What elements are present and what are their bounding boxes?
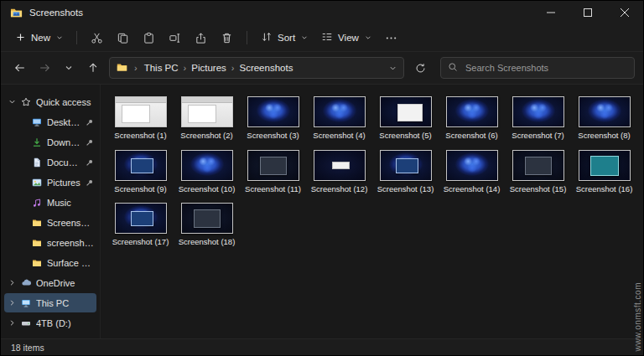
sidebar-item-label: screenshots <box>47 238 94 248</box>
file-label: Screenshot (8) <box>578 132 630 140</box>
chevron-down-icon <box>365 34 371 41</box>
sort-button[interactable]: Sort <box>255 28 314 48</box>
star-icon <box>20 96 32 107</box>
onedrive-icon <box>20 277 32 288</box>
file-label: Screenshot (9) <box>114 185 166 193</box>
folder-icon <box>117 62 127 75</box>
more-options-button[interactable] <box>379 28 403 49</box>
file-label: Screenshot (15) <box>510 185 567 193</box>
search-icon <box>448 60 458 75</box>
rename-button[interactable] <box>163 28 187 49</box>
sidebar-item-desktop[interactable]: Desktop <box>4 112 96 132</box>
sidebar-item-pictures[interactable]: Pictures <box>4 173 96 192</box>
watermark: www.onmsft.com <box>633 282 642 352</box>
up-button[interactable] <box>82 57 104 79</box>
address-bar[interactable]: › This PC›Pictures›Screenshots <box>109 57 404 79</box>
toolbar-divider <box>76 31 77 44</box>
downloads-icon <box>31 137 43 147</box>
view-button[interactable]: View <box>315 28 377 48</box>
file-label: Screenshot (12) <box>311 185 368 193</box>
file-item-screenshot-12[interactable]: Screenshot (12) <box>306 150 372 193</box>
file-item-screenshot-8[interactable]: Screenshot (8) <box>571 96 637 140</box>
file-item-screenshot-1[interactable]: Screenshot (1) <box>107 96 174 140</box>
file-item-screenshot-5[interactable]: Screenshot (5) <box>372 96 439 140</box>
file-item-screenshot-7[interactable]: Screenshot (7) <box>505 96 571 140</box>
recent-locations-button[interactable] <box>58 57 80 79</box>
file-item-screenshot-17[interactable]: Screenshot (17) <box>107 203 174 246</box>
share-button[interactable] <box>189 28 213 49</box>
folder-icon <box>31 217 43 228</box>
file-explorer-window: Screenshots New Sort View <box>0 0 644 356</box>
back-button[interactable] <box>9 57 31 79</box>
cut-button[interactable] <box>85 28 109 49</box>
chevron-right-icon[interactable] <box>8 299 16 307</box>
sidebar-item-screenshots[interactable]: Screenshots <box>4 213 96 232</box>
chevron-right-icon[interactable] <box>8 279 16 286</box>
file-item-screenshot-18[interactable]: Screenshot (18) <box>174 203 240 246</box>
sidebar-item-downloads[interactable]: Downloads <box>4 132 96 152</box>
sidebar-item-surface-go-3[interactable]: Surface Go 3 <box>4 253 96 272</box>
sidebar-item-label: Screenshots <box>47 218 94 228</box>
sidebar-item-this-pc[interactable]: This PC <box>4 293 96 312</box>
chevron-right-icon[interactable] <box>8 319 16 327</box>
chevron-down-icon <box>301 34 308 41</box>
sidebar-item-label: Music <box>47 198 94 208</box>
file-thumbnail <box>512 96 564 127</box>
toolbar-divider <box>247 31 247 44</box>
file-item-screenshot-9[interactable]: Screenshot (9) <box>107 150 174 193</box>
new-button[interactable]: New <box>9 28 69 48</box>
file-thumbnail <box>115 203 167 234</box>
file-item-screenshot-16[interactable]: Screenshot (16) <box>571 150 637 193</box>
file-item-screenshot-13[interactable]: Screenshot (13) <box>372 150 439 193</box>
paste-button[interactable] <box>137 28 161 49</box>
close-button[interactable] <box>606 1 643 24</box>
view-button-label: View <box>338 33 359 43</box>
sidebar-item-label: Pictures <box>47 178 80 188</box>
breadcrumb-item-this-pc[interactable]: This PC <box>144 63 179 73</box>
file-thumbnail <box>579 96 631 127</box>
thispc-icon <box>20 297 32 308</box>
sidebar-item-music[interactable]: Music <box>4 193 96 212</box>
sidebar-item-quick-access[interactable]: Quick access <box>4 92 96 111</box>
window-title: Screenshots <box>29 8 83 18</box>
file-item-screenshot-3[interactable]: Screenshot (3) <box>240 96 306 140</box>
file-item-screenshot-15[interactable]: Screenshot (15) <box>505 150 571 193</box>
file-thumbnail <box>446 150 498 181</box>
chevron-down-icon[interactable] <box>8 98 16 106</box>
sidebar-item-onedrive[interactable]: OneDrive <box>4 273 96 292</box>
delete-button[interactable] <box>215 28 239 49</box>
copy-button[interactable] <box>111 28 135 49</box>
sidebar-item-documents[interactable]: Documents <box>4 152 96 172</box>
address-dropdown-chevron-icon[interactable] <box>389 64 397 72</box>
breadcrumb-item-screenshots[interactable]: Screenshots <box>239 63 293 73</box>
file-label: Screenshot (6) <box>445 132 497 140</box>
titlebar: Screenshots <box>1 1 643 24</box>
file-thumbnail <box>380 96 432 127</box>
sort-button-label: Sort <box>278 33 295 43</box>
refresh-button[interactable] <box>409 57 431 79</box>
forward-button[interactable] <box>34 57 55 79</box>
file-item-screenshot-10[interactable]: Screenshot (10) <box>174 150 240 193</box>
file-item-screenshot-4[interactable]: Screenshot (4) <box>306 96 372 140</box>
file-item-screenshot-2[interactable]: Screenshot (2) <box>174 96 240 140</box>
minimize-button[interactable] <box>532 1 569 24</box>
file-thumbnail <box>446 96 498 127</box>
file-label: Screenshot (2) <box>180 132 232 140</box>
maximize-button[interactable] <box>569 1 606 24</box>
file-item-screenshot-11[interactable]: Screenshot (11) <box>240 150 306 193</box>
folder-icon <box>31 237 43 248</box>
drive-icon <box>20 317 32 328</box>
search-input[interactable] <box>464 62 627 74</box>
pin-icon <box>85 138 94 147</box>
sidebar-item-4tb-d[interactable]: 4TB (D:) <box>4 313 96 333</box>
chevron-down-icon <box>56 34 63 41</box>
sidebar-item-screenshots[interactable]: screenshots <box>4 233 96 252</box>
file-item-screenshot-6[interactable]: Screenshot (6) <box>439 96 505 140</box>
item-count: 18 items <box>11 343 44 353</box>
file-item-screenshot-14[interactable]: Screenshot (14) <box>439 150 505 193</box>
window-controls <box>532 1 643 24</box>
file-label: Screenshot (4) <box>313 132 365 140</box>
breadcrumb-item-pictures[interactable]: Pictures <box>191 63 226 73</box>
breadcrumb: This PC›Pictures›Screenshots <box>144 63 293 73</box>
folder-icon <box>31 257 43 268</box>
